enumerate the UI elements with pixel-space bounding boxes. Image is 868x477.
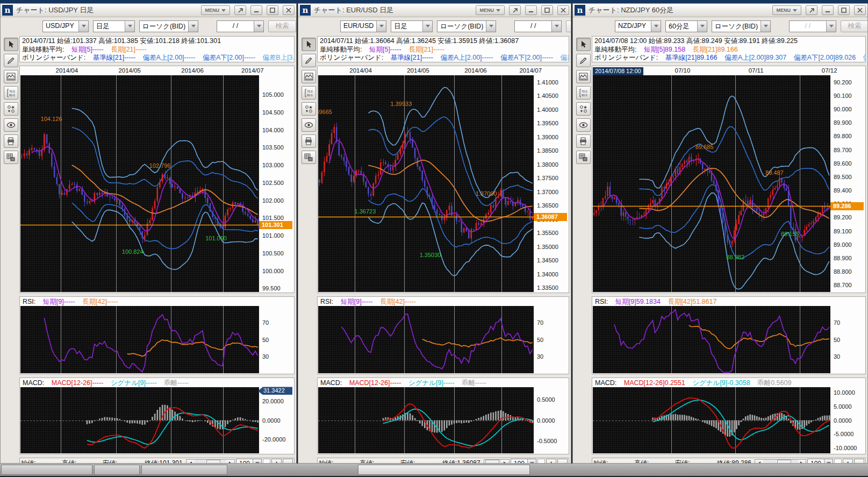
stamp-tool-icon[interactable] (302, 102, 316, 116)
zoom-out-button[interactable]: − (854, 459, 864, 464)
horizontal-scrollbar[interactable] (755, 459, 806, 464)
zoom-out-button[interactable]: − (283, 459, 293, 464)
candlestick-plot[interactable]: 89.68589.48789.15588.982 (593, 75, 830, 292)
scroll-right-button[interactable] (501, 460, 509, 464)
zoom-select[interactable]: 100 (807, 459, 833, 464)
zoom-select[interactable]: 100 (236, 459, 262, 464)
export-data-icon[interactable] (576, 151, 591, 164)
zoom-select[interactable]: 100 (511, 459, 536, 464)
timeframe-select[interactable]: 60分足 (665, 20, 707, 32)
line-chart-tool-icon[interactable] (576, 70, 591, 83)
candlestick-plot[interactable]: 104.126102.796100.824101.060 (20, 75, 259, 292)
scale-tool-icon[interactable]: 70.060.0 (302, 86, 316, 99)
chevron-down-icon[interactable] (527, 459, 536, 464)
eye-visibility-icon[interactable] (302, 118, 316, 132)
macd-plot[interactable] (318, 387, 534, 453)
candlestick-plot[interactable]: 1.396651.399331.367231.370001.35030 (318, 75, 534, 292)
chevron-down-icon[interactable] (824, 459, 833, 464)
popout-button[interactable] (234, 5, 246, 15)
chart-style-select[interactable]: ローソク(BID) (437, 20, 496, 32)
date-select[interactable]: / / (514, 20, 562, 32)
stamp-tool-icon[interactable] (576, 102, 591, 116)
timeframe-select[interactable]: 日足 (93, 20, 135, 32)
cursor-tool-icon[interactable] (302, 38, 316, 51)
zoom-in-button[interactable]: + (546, 459, 556, 464)
scroll-right-button[interactable] (798, 460, 806, 464)
chevron-down-icon[interactable] (188, 21, 198, 32)
horizontal-scrollbar[interactable] (186, 459, 235, 464)
minimize-button[interactable] (822, 5, 834, 15)
close-button[interactable] (283, 5, 295, 15)
search-button[interactable]: 検索 (841, 20, 868, 32)
scrollbar-thumb[interactable] (206, 460, 220, 464)
line-chart-tool-icon[interactable] (302, 70, 316, 83)
scroll-left-button[interactable] (186, 460, 195, 464)
chevron-down-icon[interactable] (78, 21, 88, 32)
cursor-tool-icon[interactable] (576, 38, 591, 51)
print-icon[interactable] (4, 134, 18, 148)
pair-select[interactable]: EUR/USD (340, 20, 386, 32)
print-icon[interactable] (302, 134, 316, 148)
maximize-button[interactable] (838, 5, 850, 15)
taskbar-item[interactable] (1, 465, 92, 475)
line-chart-tool-icon[interactable] (4, 70, 18, 83)
zoom-in-button[interactable]: + (271, 459, 282, 464)
pair-select[interactable]: NZD/JPY (615, 20, 661, 32)
eye-visibility-icon[interactable] (4, 118, 18, 132)
chart-style-select[interactable]: ローソク(BID) (139, 20, 198, 32)
taskbar-item[interactable] (141, 465, 227, 475)
scrollbar-thumb[interactable] (485, 460, 499, 464)
timeframe-select[interactable]: 日足 (391, 20, 433, 32)
cursor-tool-icon[interactable] (4, 38, 18, 51)
rsi-plot[interactable] (593, 306, 830, 373)
scrollbar-track[interactable] (763, 460, 798, 464)
chevron-down-icon[interactable] (651, 21, 661, 32)
pencil-tool-icon[interactable] (576, 54, 591, 67)
scale-tool-icon[interactable]: 70.060.0 (4, 86, 18, 99)
minimize-button[interactable] (525, 5, 537, 15)
scrollbar-track[interactable] (492, 460, 501, 464)
search-button[interactable]: 検索 (566, 20, 571, 32)
date-select[interactable]: / / (217, 20, 264, 32)
pencil-tool-icon[interactable] (302, 54, 316, 67)
export-data-icon[interactable] (4, 151, 18, 164)
stamp-tool-icon[interactable] (4, 102, 18, 116)
date-select[interactable]: / / (789, 20, 836, 32)
menu-button[interactable]: MENU (772, 5, 802, 15)
menu-button[interactable]: MENU (476, 5, 505, 15)
eye-visibility-icon[interactable] (576, 118, 591, 132)
minimize-button[interactable] (250, 5, 262, 15)
chevron-down-icon[interactable] (422, 21, 432, 32)
search-button[interactable]: 検索 (268, 20, 296, 32)
chevron-down-icon[interactable] (486, 21, 496, 32)
chevron-down-icon[interactable] (551, 21, 561, 32)
maximize-button[interactable] (541, 5, 553, 15)
menu-button[interactable]: MENU (201, 5, 231, 15)
taskbar-item[interactable] (94, 465, 140, 475)
chevron-down-icon[interactable] (826, 21, 836, 32)
close-button[interactable] (557, 5, 569, 15)
macd-plot[interactable] (20, 387, 259, 453)
pencil-tool-icon[interactable] (4, 54, 18, 67)
zoom-in-button[interactable]: + (843, 459, 853, 464)
pair-select[interactable]: USD/JPY (42, 20, 89, 32)
rsi-plot[interactable] (318, 306, 534, 373)
chevron-down-icon[interactable] (697, 21, 707, 32)
scale-tool-icon[interactable]: 70.060.0 (576, 86, 591, 99)
export-data-icon[interactable] (302, 151, 316, 164)
chevron-down-icon[interactable] (376, 21, 386, 32)
scroll-left-button[interactable] (755, 460, 763, 464)
chevron-down-icon[interactable] (125, 21, 134, 32)
chart-style-select[interactable]: ローソク(BID) (712, 20, 771, 32)
maximize-button[interactable] (267, 5, 278, 15)
taskbar-item-active[interactable] (358, 465, 530, 475)
scrollbar-thumb[interactable] (777, 460, 791, 464)
zoom-out-button[interactable]: − (557, 459, 568, 464)
print-icon[interactable] (576, 134, 591, 148)
scroll-right-button[interactable] (226, 460, 234, 464)
macd-plot[interactable] (593, 387, 830, 453)
scrollbar-track[interactable] (195, 460, 226, 464)
chevron-down-icon[interactable] (761, 21, 770, 32)
horizontal-scrollbar[interactable] (484, 459, 510, 464)
popout-button[interactable] (806, 5, 817, 15)
